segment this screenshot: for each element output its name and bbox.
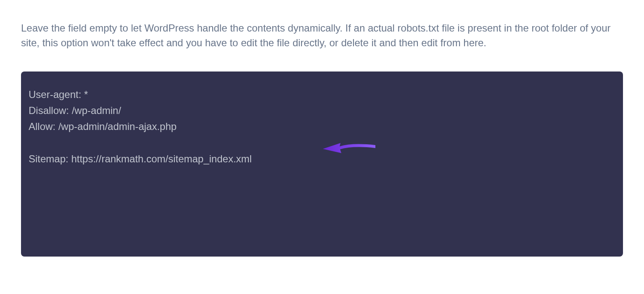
robots-line-5: Sitemap: https://rankmath.com/sitemap_in… — [29, 153, 252, 164]
robots-line-2: Disallow: /wp-admin/ — [29, 105, 121, 116]
help-description: Leave the field empty to let WordPress h… — [21, 21, 623, 50]
robots-line-3: Allow: /wp-admin/admin-ajax.php — [29, 121, 177, 132]
robots-txt-editor[interactable]: User-agent: * Disallow: /wp-admin/ Allow… — [21, 72, 623, 257]
robots-line-1: User-agent: * — [29, 89, 88, 100]
robots-txt-content: User-agent: * Disallow: /wp-admin/ Allow… — [29, 87, 615, 167]
